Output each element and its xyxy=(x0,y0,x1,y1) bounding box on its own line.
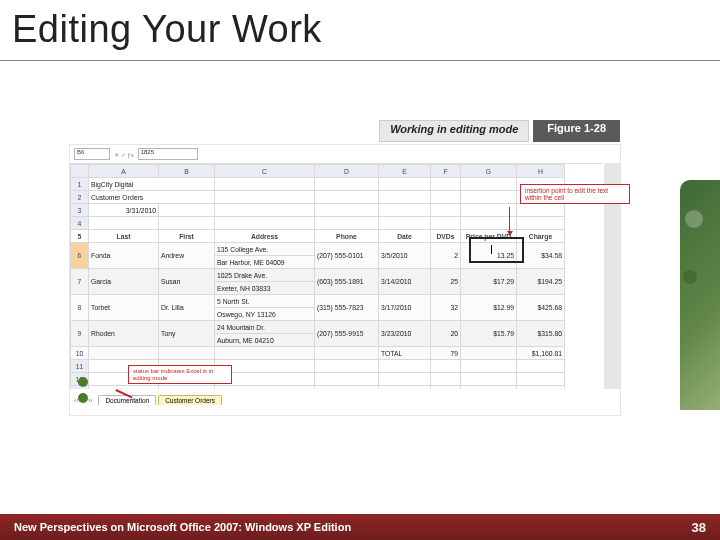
cell[interactable]: Dr. Lilla xyxy=(159,295,215,321)
cell[interactable]: $315.80 xyxy=(517,321,565,347)
cell[interactable]: Garcia xyxy=(89,269,159,295)
cell[interactable]: 2 xyxy=(431,243,461,269)
slide-title: Editing Your Work xyxy=(0,0,720,55)
cell[interactable]: (207) 555-0101 xyxy=(315,243,379,269)
cell[interactable]: $34.58 xyxy=(517,243,565,269)
figure-banner: Working in editing mode Figure 1-28 xyxy=(379,120,620,142)
table-row[interactable]: 7 Garcia Susan 1025 Drake Ave. (603) 555… xyxy=(71,269,565,282)
slide: Editing Your Work Working in editing mod… xyxy=(0,0,720,540)
cell[interactable]: (603) 555-1891 xyxy=(315,269,379,295)
cell[interactable]: $17.29 xyxy=(461,269,517,295)
cell[interactable]: Customer Orders xyxy=(89,191,215,204)
table-row[interactable]: 8 Torbet Dr. Lilla 5 North St. (315) 555… xyxy=(71,295,565,308)
cell[interactable]: $1,160.81 xyxy=(517,347,565,360)
footer-caption: New Perspectives on Microsoft Office 200… xyxy=(14,521,351,533)
table-header-row[interactable]: 5 Last First Address Phone Date DVDs Pri… xyxy=(71,230,565,243)
cell[interactable]: 20 xyxy=(431,321,461,347)
cell[interactable]: 1025 Drake Ave. xyxy=(215,269,315,282)
sheet-tab-customer-orders[interactable]: Customer Orders xyxy=(158,395,222,405)
cell[interactable]: 24 Mountain Dr. xyxy=(215,321,315,334)
callout-status-bar: status bar indicates Excel is in editing… xyxy=(128,365,232,384)
cell[interactable]: 3/14/2010 xyxy=(379,269,431,295)
col-header[interactable]: F xyxy=(431,165,461,178)
cell[interactable]: BigCity Digital xyxy=(89,178,215,191)
text-caret xyxy=(491,245,492,254)
cell[interactable]: 3/31/2010 xyxy=(89,204,159,217)
table-row[interactable]: 1BigCity Digital xyxy=(71,178,565,191)
formula-bar-buttons[interactable]: ✕ ✓ ƒx xyxy=(114,151,134,158)
slide-number: 38 xyxy=(692,520,706,535)
table-row[interactable]: 9 Rhoden Tony 24 Mountain Dr. (207) 555-… xyxy=(71,321,565,334)
col-header[interactable]: G xyxy=(461,165,517,178)
cell[interactable]: 3/23/2010 xyxy=(379,321,431,347)
active-cell[interactable]: 13.25 xyxy=(461,243,517,269)
col-header[interactable]: H xyxy=(517,165,565,178)
cell[interactable]: $425.68 xyxy=(517,295,565,321)
cell[interactable]: $12.99 xyxy=(461,295,517,321)
cell[interactable]: Fonda xyxy=(89,243,159,269)
decorative-leaves xyxy=(680,180,720,410)
cell[interactable]: Auburn, ME 04210 xyxy=(215,334,315,347)
decorative-dot xyxy=(78,377,88,387)
cell[interactable]: TOTAL xyxy=(379,347,431,360)
cell[interactable]: (315) 555-7823 xyxy=(315,295,379,321)
table-row[interactable]: 4 xyxy=(71,217,565,230)
cell[interactable]: Address xyxy=(215,230,315,243)
cell[interactable]: Torbet xyxy=(89,295,159,321)
cell[interactable]: First xyxy=(159,230,215,243)
table-row[interactable]: 10 TOTAL 79 $1,160.81 xyxy=(71,347,565,360)
figure-banner-label: Working in editing mode xyxy=(379,120,529,142)
figure-excel-screenshot: Working in editing mode Figure 1-28 B6 ✕… xyxy=(70,145,620,415)
table-row[interactable]: 6 Fonda Andrew 135 College Ave. (207) 55… xyxy=(71,243,565,256)
column-header-row[interactable]: A B C D E F G H xyxy=(71,165,565,178)
cell[interactable]: 32 xyxy=(431,295,461,321)
cell[interactable]: 3/17/2010 xyxy=(379,295,431,321)
formula-bar-input[interactable]: 1825 xyxy=(138,148,198,160)
worksheet-grid[interactable]: A B C D E F G H 1BigCity Digital 2Custom… xyxy=(70,164,565,389)
slide-footer: New Perspectives on Microsoft Office 200… xyxy=(0,514,720,540)
cell[interactable]: Susan xyxy=(159,269,215,295)
cell[interactable]: 79 xyxy=(431,347,461,360)
table-row[interactable]: 13 xyxy=(71,386,565,390)
cell[interactable]: Phone xyxy=(315,230,379,243)
cell[interactable]: DVDs xyxy=(431,230,461,243)
cell[interactable]: $15.79 xyxy=(461,321,517,347)
cell[interactable]: 135 College Ave. xyxy=(215,243,315,256)
col-header[interactable]: A xyxy=(89,165,159,178)
decorative-dot xyxy=(78,393,88,403)
title-underline xyxy=(0,60,720,61)
formula-bar-row: B6 ✕ ✓ ƒx 1825 xyxy=(74,147,198,161)
cell[interactable]: 3/5/2010 xyxy=(379,243,431,269)
cell[interactable]: Bar Harbor, ME 04009 xyxy=(215,256,315,269)
col-header[interactable]: E xyxy=(379,165,431,178)
arrow-icon xyxy=(507,231,513,236)
table-row[interactable]: 2Customer Orders xyxy=(71,191,565,204)
name-box[interactable]: B6 xyxy=(74,148,110,160)
callout-line xyxy=(509,207,511,233)
cell[interactable]: Rhoden xyxy=(89,321,159,347)
cell[interactable]: $194.25 xyxy=(517,269,565,295)
col-header[interactable]: B xyxy=(159,165,215,178)
cell[interactable]: Charge xyxy=(517,230,565,243)
col-header[interactable]: D xyxy=(315,165,379,178)
sheet-tab-documentation[interactable]: Documentation xyxy=(98,395,156,405)
cell[interactable]: (207) 555-9915 xyxy=(315,321,379,347)
callout-insertion-point: insertion point to edit the text within … xyxy=(520,184,630,204)
sheet-tabs: ‹‹ ‹ › ›› Documentation Customer Orders xyxy=(70,391,222,409)
cell[interactable]: Andrew xyxy=(159,243,215,269)
cell[interactable]: Tony xyxy=(159,321,215,347)
table-row[interactable]: 33/31/2010 xyxy=(71,204,565,217)
cell[interactable]: Date xyxy=(379,230,431,243)
cell[interactable]: Last xyxy=(89,230,159,243)
cell[interactable]: 5 North St. xyxy=(215,295,315,308)
figure-number: Figure 1-28 xyxy=(533,120,620,142)
cell[interactable]: 25 xyxy=(431,269,461,295)
col-header[interactable]: C xyxy=(215,165,315,178)
cell[interactable]: Exeter, NH 03833 xyxy=(215,282,315,295)
cell[interactable]: Oswego, NY 13126 xyxy=(215,308,315,321)
